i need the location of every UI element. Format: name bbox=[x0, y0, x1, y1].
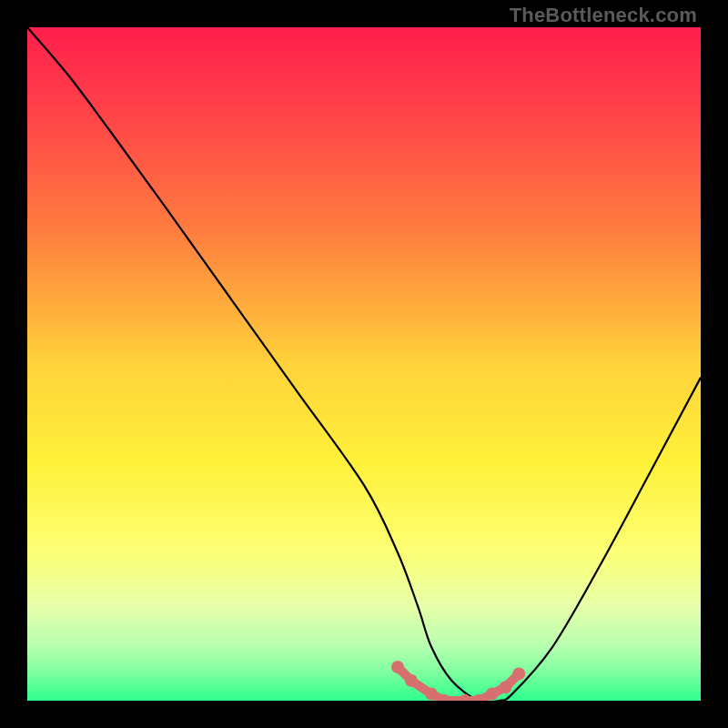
valley-dot bbox=[391, 661, 404, 673]
curve-layer bbox=[27, 27, 701, 701]
watermark-text: TheBottleneck.com bbox=[510, 4, 697, 27]
valley-dot bbox=[486, 688, 499, 701]
valley-dot bbox=[499, 681, 511, 693]
valley-dot bbox=[405, 674, 418, 687]
valley-dot bbox=[425, 688, 438, 701]
plot-area bbox=[27, 27, 701, 701]
bottleneck-curve bbox=[27, 27, 701, 701]
chart-frame: TheBottleneck.com bbox=[0, 0, 728, 728]
valley-dot bbox=[512, 667, 525, 680]
valley-markers bbox=[391, 661, 525, 701]
